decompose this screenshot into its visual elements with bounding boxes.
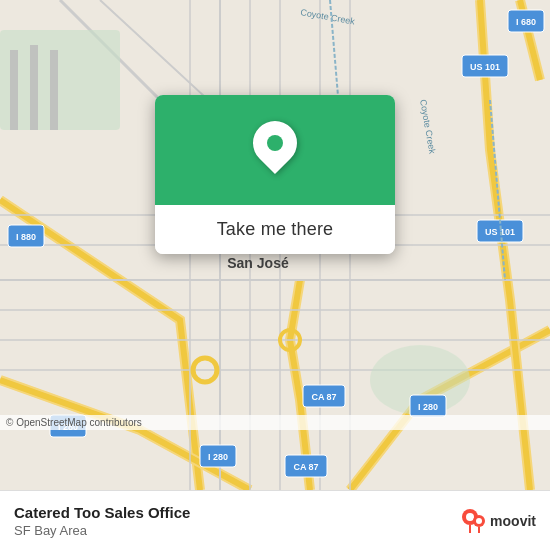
popup-header	[155, 95, 395, 205]
copyright-bar: © OpenStreetMap contributors	[0, 415, 550, 430]
moovit-logo: moovit	[460, 507, 536, 535]
svg-text:I 280: I 280	[208, 452, 228, 462]
svg-text:San José: San José	[227, 255, 289, 271]
svg-rect-15	[30, 45, 38, 130]
svg-text:I 280: I 280	[418, 402, 438, 412]
moovit-pin-icon	[460, 507, 488, 535]
copyright-text: © OpenStreetMap contributors	[6, 417, 142, 428]
svg-point-46	[476, 518, 482, 524]
svg-text:I 880: I 880	[16, 232, 36, 242]
bottom-bar: Catered Too Sales Office SF Bay Area moo…	[0, 490, 550, 550]
take-me-there-button[interactable]: Take me there	[155, 205, 395, 254]
svg-rect-16	[50, 50, 58, 130]
map-pin-icon	[251, 121, 299, 179]
svg-text:CA 87: CA 87	[311, 392, 336, 402]
moovit-text: moovit	[490, 513, 536, 529]
svg-text:US 101: US 101	[470, 62, 500, 72]
svg-rect-14	[10, 50, 18, 130]
location-name: Catered Too Sales Office	[14, 504, 452, 521]
svg-text:I 680: I 680	[516, 17, 536, 27]
location-sub: SF Bay Area	[14, 523, 452, 538]
svg-text:CA 87: CA 87	[293, 462, 318, 472]
svg-point-43	[466, 513, 474, 521]
popup-card: Take me there	[155, 95, 395, 254]
map-container: I 880 I 280 I 280 I 280 US 101 US 101 CA…	[0, 0, 550, 490]
